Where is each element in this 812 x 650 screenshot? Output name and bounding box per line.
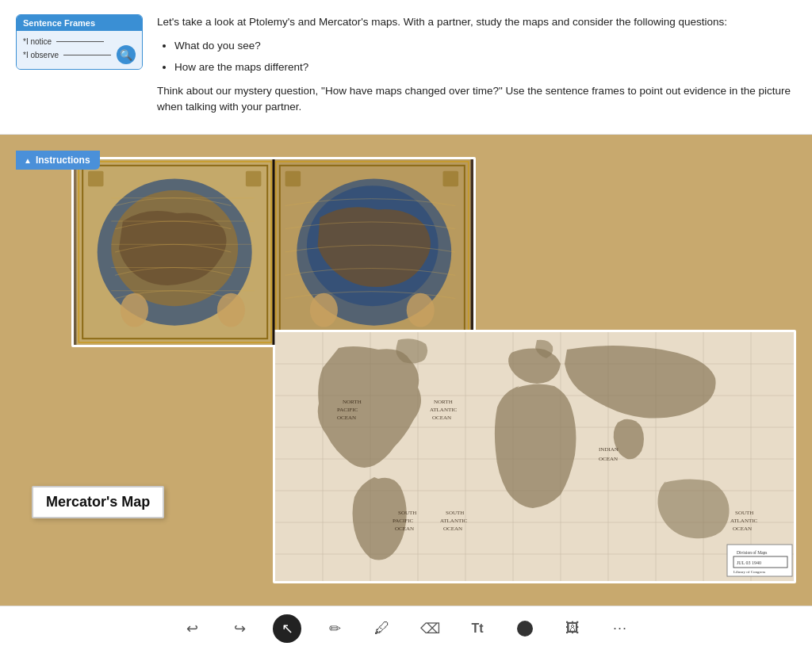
svg-text:OCEAN: OCEAN [599, 456, 618, 462]
svg-point-13 [121, 293, 148, 327]
svg-text:SOUTH: SOUTH [446, 510, 464, 516]
redo-icon: ↪ [234, 620, 246, 637]
magnifier-icon: 🔍 [117, 45, 136, 64]
svg-text:OCEAN: OCEAN [733, 526, 752, 532]
svg-text:INDIAN: INDIAN [599, 446, 619, 453]
image-button[interactable]: 🖼 [558, 614, 587, 643]
instructions-tab[interactable]: ▲ Instructions [16, 151, 100, 170]
ptolemys-map [71, 157, 476, 347]
eraser-icon: ⌫ [420, 620, 440, 637]
text-icon: Tt [471, 621, 483, 636]
svg-text:Library of Congress: Library of Congress [733, 570, 765, 574]
sentence-line-1: *I notice [23, 37, 136, 46]
questions-list: What do you see? How are the maps differ… [174, 38, 796, 75]
svg-rect-19 [285, 171, 301, 187]
sentence-frames-header: Sentence Frames [17, 15, 142, 31]
shape-icon [517, 621, 533, 637]
svg-point-15 [310, 293, 338, 327]
svg-text:ATLANTIC: ATLANTIC [430, 407, 458, 413]
svg-text:JUL 03 1940: JUL 03 1940 [737, 560, 761, 565]
svg-point-16 [407, 293, 435, 327]
mercator-map-inner: NORTH PACIFIC OCEAN NORTH ATLANTIC OCEAN… [275, 332, 794, 581]
svg-text:OCEAN: OCEAN [337, 415, 356, 421]
svg-text:ATLANTIC: ATLANTIC [440, 518, 468, 524]
svg-rect-20 [443, 171, 459, 187]
instructions-tab-label: Instructions [36, 155, 90, 166]
intro-text: Let's take a look at Ptolemy's and Merca… [157, 14, 796, 30]
mercator-map-svg: NORTH PACIFIC OCEAN NORTH ATLANTIC OCEAN… [275, 332, 796, 583]
image-icon: 🖼 [565, 620, 580, 637]
undo-icon: ↩ [186, 620, 198, 637]
svg-text:NORTH: NORTH [434, 399, 453, 405]
text-button[interactable]: Tt [463, 614, 492, 643]
canvas-inner: ▲ Instructions [16, 151, 796, 590]
redo-button[interactable]: ↪ [225, 614, 254, 643]
mercators-map: NORTH PACIFIC OCEAN NORTH ATLANTIC OCEAN… [273, 330, 796, 583]
svg-rect-17 [88, 171, 104, 187]
canvas-area[interactable]: ▲ Instructions [0, 135, 812, 606]
instructions-arrow-icon: ▲ [24, 156, 32, 165]
instructions-content: Let's take a look at Ptolemy's and Merca… [157, 14, 796, 115]
underline-2 [63, 55, 111, 55]
highlighter-button[interactable]: 🖊 [368, 614, 396, 643]
pen-button[interactable]: ✏ [320, 614, 349, 643]
ptolemy-map-inner [74, 159, 473, 345]
eraser-button[interactable]: ⌫ [416, 614, 444, 643]
top-instructions-panel: Sentence Frames *I notice *I observe 🔍 L… [0, 0, 812, 135]
mystery-question-text: Think about our mystery question, "How h… [157, 83, 796, 116]
toolbar: ↩ ↪ ↖ ✏ 🖊 ⌫ Tt 🖼 ··· [0, 606, 812, 650]
svg-point-14 [217, 293, 245, 327]
sentence-frames-card: Sentence Frames *I notice *I observe 🔍 [16, 14, 143, 70]
svg-text:Division of Maps: Division of Maps [737, 550, 768, 555]
question-1: What do you see? [174, 38, 796, 54]
shape-button[interactable] [511, 614, 539, 643]
cursor-button[interactable]: ↖ [273, 614, 301, 643]
svg-text:PACIFIC: PACIFIC [393, 518, 414, 524]
svg-rect-18 [246, 171, 262, 187]
sentence-frames-body: *I notice *I observe 🔍 [17, 31, 142, 69]
more-options-button[interactable]: ··· [606, 614, 634, 643]
more-icon: ··· [613, 620, 627, 637]
svg-text:ATLANTIC: ATLANTIC [730, 518, 758, 524]
svg-text:PACIFIC: PACIFIC [337, 407, 358, 413]
book-spine [273, 159, 275, 345]
question-2: How are the maps different? [174, 59, 796, 75]
svg-text:SOUTH: SOUTH [735, 510, 753, 516]
svg-text:SOUTH: SOUTH [398, 510, 416, 516]
mercator-label: Mercator's Map [32, 486, 164, 518]
svg-text:NORTH: NORTH [343, 399, 362, 405]
svg-text:OCEAN: OCEAN [395, 526, 414, 532]
pen-icon: ✏ [329, 620, 341, 637]
highlighter-icon: 🖊 [374, 619, 390, 637]
undo-button[interactable]: ↩ [178, 614, 206, 643]
svg-text:OCEAN: OCEAN [432, 415, 451, 421]
underline-1 [56, 41, 104, 42]
cursor-icon: ↖ [282, 620, 293, 637]
svg-text:OCEAN: OCEAN [443, 526, 462, 532]
